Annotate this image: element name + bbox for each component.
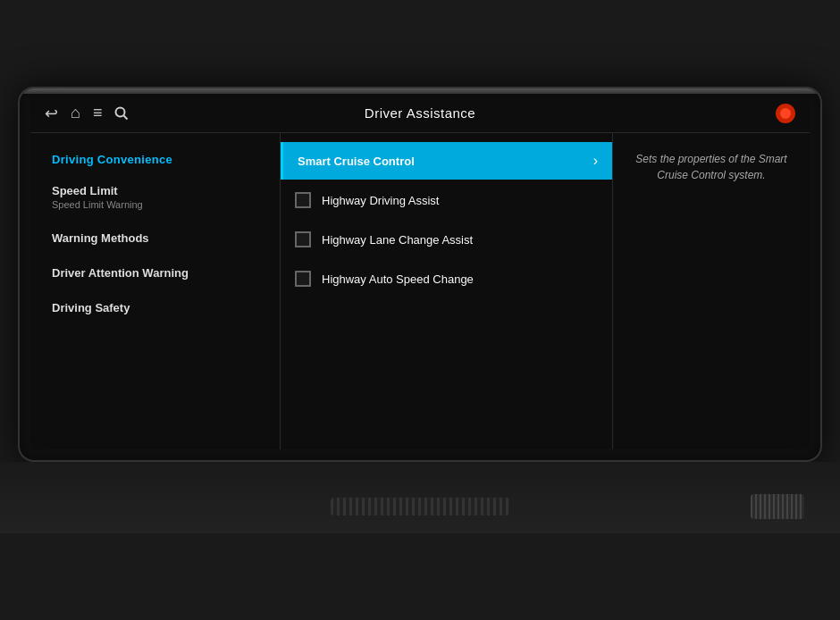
sidebar-item-subtitle: Speed Limit Warning <box>52 199 258 210</box>
checkbox-highway-auto-speed[interactable] <box>295 271 311 287</box>
header: ↩ ⌂ ≡ Driver Assistance <box>30 94 810 133</box>
page-title: Driver Assistance <box>365 105 475 121</box>
status-indicator <box>776 104 795 123</box>
sidebar-item-driver-attention[interactable]: Driver Attention Warning <box>30 257 280 289</box>
info-description: Sets the properties of the Smart Cruise … <box>627 151 795 183</box>
back-icon[interactable]: ↩ <box>45 104 58 123</box>
main-content: Driving Convenience Speed Limit Speed Li… <box>30 133 810 449</box>
home-icon[interactable]: ⌂ <box>71 104 80 122</box>
svg-line-1 <box>124 115 128 119</box>
sidebar-item-title: Driving Safety <box>52 301 258 314</box>
sidebar-item-speed-limit[interactable]: Speed Limit Speed Limit Warning <box>30 175 280 219</box>
checkbox-highway-lane[interactable] <box>295 231 311 247</box>
sidebar: Driving Convenience Speed Limit Speed Li… <box>30 133 281 449</box>
alert-dot-inner <box>780 108 791 119</box>
menu-item-label: Highway Driving Assist <box>322 194 598 207</box>
menu-icon[interactable]: ≡ <box>93 104 103 122</box>
search-icon[interactable] <box>114 106 129 121</box>
svg-point-0 <box>116 107 125 116</box>
sidebar-item-warning-methods[interactable]: Warning Methods <box>30 222 280 254</box>
chevron-right-icon: › <box>593 153 598 169</box>
sidebar-item-title: Driver Attention Warning <box>52 266 258 280</box>
sidebar-item-driving-safety[interactable]: Driving Safety <box>30 292 280 323</box>
menu-item-smart-cruise[interactable]: Smart Cruise Control › <box>281 142 612 180</box>
car-display-frame: ↩ ⌂ ≡ Driver Assistance <box>18 87 822 462</box>
menu-item-highway-driving[interactable]: Highway Driving Assist <box>281 181 612 219</box>
header-icons: ↩ ⌂ ≡ <box>45 104 129 123</box>
menu-item-highway-auto-speed[interactable]: Highway Auto Speed Change <box>281 260 612 297</box>
sidebar-category: Driving Convenience <box>30 147 280 172</box>
info-panel: Sets the properties of the Smart Cruise … <box>613 133 810 449</box>
checkbox-highway-driving[interactable] <box>295 192 311 208</box>
center-panel: Smart Cruise Control › Highway Driving A… <box>281 133 613 449</box>
sidebar-item-title: Speed Limit <box>52 184 258 197</box>
right-speaker <box>751 494 804 519</box>
menu-item-label: Smart Cruise Control <box>298 155 583 168</box>
menu-item-label: Highway Auto Speed Change <box>322 272 598 286</box>
alert-dot <box>776 104 795 123</box>
sidebar-item-title: Warning Methods <box>52 231 258 245</box>
screen: ↩ ⌂ ≡ Driver Assistance <box>30 94 810 449</box>
menu-item-highway-lane[interactable]: Highway Lane Change Assist <box>281 221 612 258</box>
menu-item-label: Highway Lane Change Assist <box>322 233 598 247</box>
bottom-bezel <box>0 462 840 533</box>
bottom-vent <box>331 498 509 515</box>
